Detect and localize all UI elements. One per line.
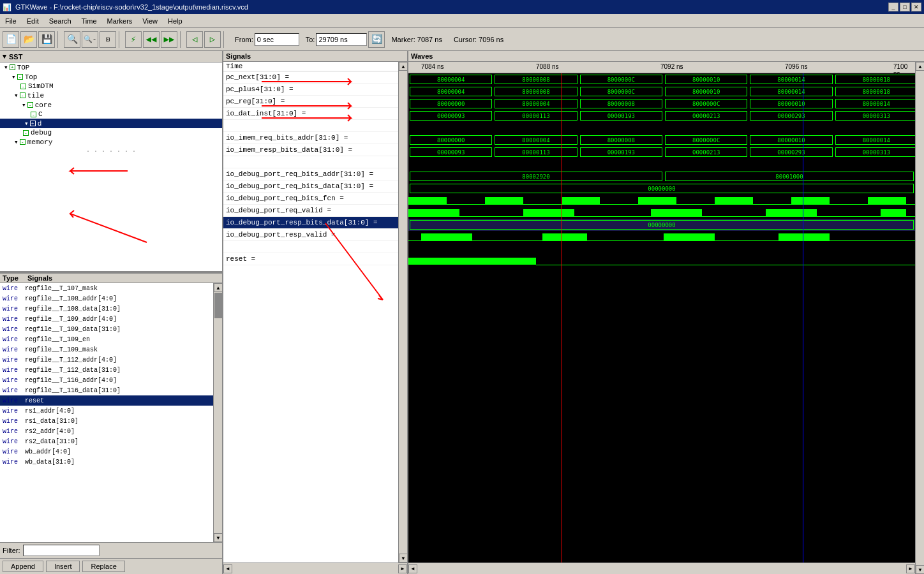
signals-scrollbar[interactable]: ▲ ▼ (213, 283, 222, 542)
signal-row-11[interactable]: wirereset (0, 395, 213, 406)
waves-hscrollbar[interactable]: ◀ ▶ (408, 563, 915, 574)
signal-row-0[interactable]: wireregfile__T_107_mask (0, 283, 213, 293)
mid-scroll-down[interactable]: ▼ (399, 554, 407, 563)
tree-item-simdtm[interactable]: - SimDTM (0, 82, 222, 91)
pulse-10-0 (408, 197, 447, 204)
menu-edit[interactable]: Edit (22, 16, 44, 26)
signal-row-16[interactable]: wirewb_addr[4:0] (0, 446, 213, 457)
signal-row-7[interactable]: wireregfile__T_112_addr[4:0] (0, 355, 213, 365)
mid-scroll-left[interactable]: ◀ (223, 564, 232, 573)
scroll-up-btn[interactable]: ▲ (214, 283, 222, 292)
to-input[interactable] (316, 33, 367, 46)
signal-row-9[interactable]: wireregfile__T_116_addr[4:0] (0, 375, 213, 385)
signal-name-9: regfile__T_116_addr[4:0] (25, 377, 117, 384)
signal-type-11: wire (3, 397, 25, 404)
sst-panel: ▾ SST ▾ + TOP ▾ - Top - (0, 51, 223, 574)
zoom-out-button[interactable]: 🔍- (82, 31, 98, 48)
tree-item-memory[interactable]: ▾ - memory (0, 137, 222, 147)
tree-expand-core[interactable]: ▾ (22, 101, 26, 109)
signal-row-13[interactable]: wirers1_data[31:0] (0, 416, 213, 426)
menu-view[interactable]: View (137, 16, 163, 26)
tree-expand-memory[interactable]: ▾ (14, 138, 19, 146)
sst-tree[interactable]: ▾ + TOP ▾ - Top - SimDTM ▾ (0, 63, 222, 271)
sst-collapse-icon[interactable]: ▾ (3, 52, 6, 61)
tree-item-debug[interactable]: - debug (0, 128, 222, 137)
mid-scroll-right[interactable]: ▶ (398, 564, 407, 573)
wave-box-1-0: 80000004 (410, 87, 492, 96)
tree-item-top[interactable]: ▾ + TOP (0, 63, 222, 72)
mid-hscroll-track (232, 564, 398, 573)
filter-input[interactable] (23, 545, 100, 556)
signal-row-12[interactable]: wirers1_addr[4:0] (0, 406, 213, 416)
signal-row-2[interactable]: wireregfile__T_108_data[31:0] (0, 304, 213, 314)
tree-expand-tile[interactable]: ▾ (14, 91, 19, 99)
tree-expand-d[interactable]: ▾ (24, 119, 29, 128)
tree-expand-top2[interactable]: ▾ (11, 73, 16, 81)
signal-row-1[interactable]: wireregfile__T_108_addr[4:0] (0, 293, 213, 304)
menu-search[interactable]: Search (44, 16, 77, 26)
tree-item-c[interactable]: - C (0, 110, 222, 119)
signal-name-1: regfile__T_108_addr[4:0] (25, 295, 117, 302)
menu-time[interactable]: Time (77, 16, 102, 26)
minimize-button[interactable]: _ (888, 3, 898, 11)
menu-file[interactable]: File (0, 16, 22, 26)
close-button[interactable]: ✕ (911, 3, 921, 11)
tree-item-tile[interactable]: ▾ - tile (0, 91, 222, 100)
mid-scroll-up[interactable]: ▲ (399, 62, 407, 71)
menu-help[interactable]: Help (163, 16, 188, 26)
app-icon: 📊 (3, 3, 11, 11)
maximize-button[interactable]: □ (900, 3, 910, 11)
signal-row-4[interactable]: wireregfile__T_109_data[31:0] (0, 324, 213, 334)
pulse-10-2 (562, 197, 600, 204)
marker-back-button[interactable]: ◁ (186, 31, 203, 48)
replace-button[interactable]: Replace (82, 561, 124, 572)
signal-name-13: rs1_data[31:0] (25, 418, 78, 425)
scroll-thumb[interactable] (214, 293, 222, 318)
refresh-button[interactable]: 🔄 (368, 31, 385, 48)
signal-row-6[interactable]: wireregfile__T_109_mask (0, 344, 213, 355)
signals-table[interactable]: wireregfile__T_107_maskwireregfile__T_10… (0, 283, 213, 542)
hscroll-right[interactable]: ▶ (906, 564, 915, 573)
waves-scroll-track (916, 71, 924, 565)
wave-box-3-5: 00000313 (835, 111, 915, 121)
tree-expand-top[interactable]: ▾ (4, 63, 8, 71)
wave-box-3-4: 00000293 (750, 111, 832, 121)
waves-scroll-down[interactable]: ▼ (916, 565, 924, 574)
signal-row-3[interactable]: wireregfile__T_109_addr[4:0] (0, 314, 213, 324)
waves-scroll-up[interactable]: ▲ (916, 62, 924, 71)
signal-row-5[interactable]: wireregfile__T_109_en (0, 334, 213, 344)
mid-signal-6: io_imem_resp_bits_data[31:0] = (223, 144, 398, 156)
save-button[interactable]: 💾 (38, 31, 55, 48)
from-input[interactable] (255, 33, 299, 46)
signals-names-scrollbar[interactable]: ▲ ▼ (398, 62, 407, 563)
open-button[interactable]: 📂 (20, 31, 37, 48)
zoom-in-button[interactable]: 🔍 (64, 31, 80, 48)
signal-row-15[interactable]: wirers2_data[31:0] (0, 436, 213, 446)
tree-item-d[interactable]: ▾ + d (0, 119, 222, 128)
pulse2-13-1 (542, 233, 587, 240)
menu-markers[interactable]: Markers (102, 16, 138, 26)
hscroll-left[interactable]: ◀ (408, 564, 417, 573)
tree-item-top2[interactable]: ▾ - Top (0, 72, 222, 82)
from-label: From: (235, 36, 253, 43)
append-button[interactable]: Append (3, 561, 43, 572)
signal-row-14[interactable]: wirers2_addr[4:0] (0, 426, 213, 436)
insert-button[interactable]: Insert (46, 561, 80, 572)
signal-prev-button[interactable]: ⚡ (125, 31, 142, 48)
new-button[interactable]: 📄 (3, 31, 19, 48)
signals-name-col: Signals (27, 274, 52, 282)
scroll-down-btn[interactable]: ▼ (214, 533, 222, 542)
marker-fwd-button[interactable]: ▷ (204, 31, 221, 48)
tree-label-simdtm: SimDTM (28, 82, 54, 90)
waves-vscrollbar[interactable]: ▲ ▼ (915, 62, 924, 574)
prev-button[interactable]: ◀◀ (143, 31, 160, 48)
signal-row-8[interactable]: wireregfile__T_112_data[31:0] (0, 365, 213, 375)
next-button[interactable]: ▶▶ (161, 31, 177, 48)
signal-row-10[interactable]: wireregfile__T_116_data[31:0] (0, 385, 213, 395)
tree-item-core[interactable]: ▾ - core (0, 100, 222, 110)
wave-box-3-2: 00000193 (580, 111, 662, 121)
zoom-fit-button[interactable]: ⊡ (100, 31, 116, 48)
wave-rows[interactable]: 80000004800000088000000C8000001080000014… (408, 73, 915, 563)
wave-box-6-2: 00000193 (580, 147, 662, 157)
signal-row-17[interactable]: wirewb_data[31:0] (0, 457, 213, 467)
